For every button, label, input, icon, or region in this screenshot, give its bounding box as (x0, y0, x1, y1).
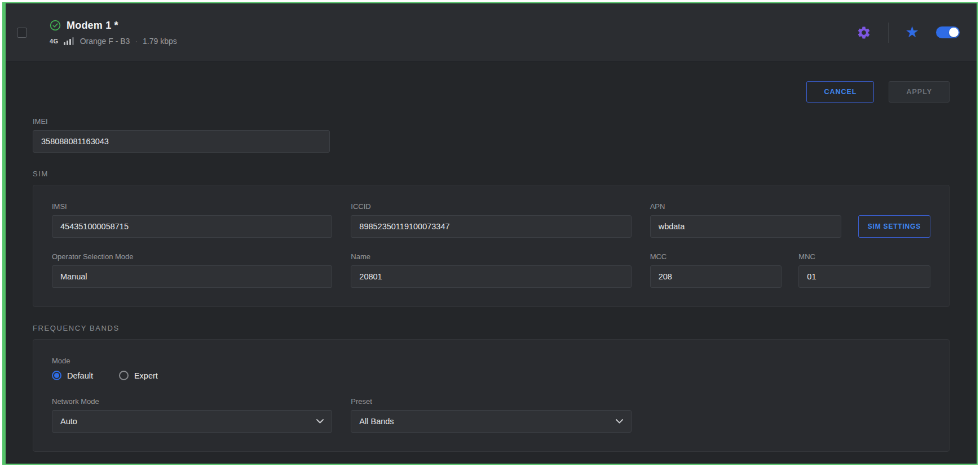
mnc-input[interactable] (798, 265, 930, 288)
imei-input[interactable] (33, 130, 330, 153)
modem-enable-toggle[interactable] (936, 26, 960, 38)
radio-default[interactable]: Default (52, 371, 93, 380)
form-actions: CANCEL APPLY (33, 81, 950, 103)
status-ok-icon (50, 20, 61, 31)
mcc-field: MCC (650, 252, 782, 288)
header-divider (888, 23, 889, 43)
radio-default-control (52, 371, 61, 380)
signal-bars-icon (64, 37, 74, 45)
radio-expert-label: Expert (134, 371, 158, 380)
radio-expert[interactable]: Expert (119, 371, 158, 380)
select-checkbox[interactable] (17, 28, 27, 38)
network-type-label: 4G (50, 38, 59, 45)
dot-separator: · (135, 37, 138, 46)
apn-label: APN (650, 202, 841, 211)
operator-selection-mode-input[interactable] (52, 265, 332, 288)
name-field: Name (351, 252, 631, 288)
operator-selection-mode-field: Operator Selection Mode (52, 252, 332, 288)
mnc-label: MNC (798, 252, 930, 261)
imsi-label: IMSI (52, 202, 332, 211)
preset-value: All Bands (359, 417, 394, 426)
network-mode-label: Network Mode (52, 397, 332, 406)
apn-input[interactable] (650, 215, 841, 238)
header-controls: ★ (854, 23, 965, 43)
radio-expert-control (119, 371, 129, 380)
title-block: Modem 1 * 4G Orange F - B3 · 1.79 kbps (50, 20, 177, 46)
iccid-label: ICCID (351, 202, 631, 211)
iccid-field: ICCID (351, 202, 631, 238)
modem-settings-main: CANCEL APPLY IMEI SIM IMSI ICCID APN (6, 81, 977, 452)
name-input[interactable] (351, 265, 631, 288)
star-icon: ★ (906, 25, 919, 40)
imsi-input[interactable] (52, 215, 332, 238)
throughput-label: 1.79 kbps (143, 37, 177, 46)
imsi-field: IMSI (52, 202, 332, 238)
network-mode-field: Network Mode Auto (52, 397, 332, 433)
radio-default-label: Default (67, 371, 93, 380)
imei-label: IMEI (33, 117, 330, 126)
mode-label: Mode (52, 357, 930, 365)
preset-select[interactable]: All Bands (351, 410, 631, 433)
apn-field: APN (650, 202, 841, 238)
mcc-label: MCC (650, 252, 782, 261)
cancel-button[interactable]: CANCEL (806, 81, 874, 103)
modem-card: Modem 1 * 4G Orange F - B3 · 1.79 kbps ★ (2, 2, 978, 465)
iccid-input[interactable] (351, 215, 631, 238)
settings-gear-button[interactable] (854, 23, 873, 42)
mnc-field: MNC (798, 252, 930, 288)
chevron-down-icon (616, 419, 623, 424)
mode-radio-group: Default Expert (52, 371, 930, 380)
gear-icon (857, 25, 871, 40)
mcc-input[interactable] (650, 265, 782, 288)
preset-label: Preset (351, 397, 631, 406)
modem-header: Modem 1 * 4G Orange F - B3 · 1.79 kbps ★ (6, 3, 977, 62)
toggle-knob (949, 28, 959, 37)
frequency-bands-section-title: FREQUENCY BANDS (33, 324, 950, 332)
operator-label: Orange F - B3 (80, 37, 130, 46)
frequency-bands-panel: Mode Default Expert Network Mode Auto (33, 339, 950, 452)
name-label: Name (351, 252, 631, 261)
page-title: Modem 1 * (67, 20, 118, 32)
sim-settings-button[interactable]: SIM SETTINGS (858, 215, 930, 238)
sim-panel: IMSI ICCID APN SIM SETTINGS Opera (33, 185, 950, 307)
apply-button[interactable]: APPLY (889, 81, 950, 103)
chevron-down-icon (316, 419, 324, 424)
network-mode-value: Auto (60, 417, 77, 426)
preset-field: Preset All Bands (351, 397, 631, 433)
imei-field: IMEI (33, 117, 330, 153)
favorite-button[interactable]: ★ (903, 23, 921, 42)
network-mode-select[interactable]: Auto (52, 410, 332, 433)
operator-selection-mode-label: Operator Selection Mode (52, 252, 332, 261)
sim-section-title: SIM (33, 170, 950, 178)
